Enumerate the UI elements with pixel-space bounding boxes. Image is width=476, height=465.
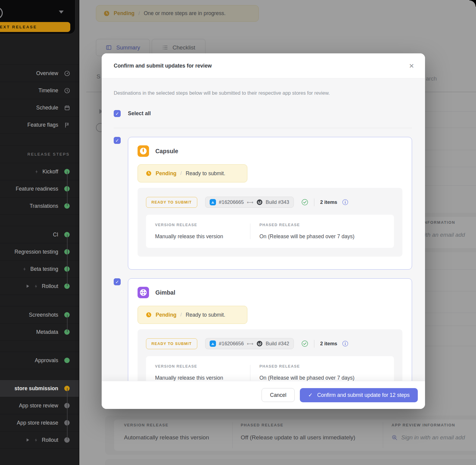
confirm-submit-button[interactable]: ✓ Confirm and submit update for 12 steps — [300, 388, 418, 402]
app-logo — [0, 7, 3, 19]
clock-icon — [146, 170, 152, 176]
gauge-icon — [64, 70, 70, 77]
cancel-button[interactable]: Cancel — [262, 388, 295, 402]
build-name: Build #342 — [266, 341, 289, 346]
capsule-build-row: READY TO SUBMIT #16206665 ⟷ Build #343 2… — [146, 197, 394, 208]
sidebar-item-label: Feature flags — [27, 122, 58, 128]
sidebar-item-label: App store review — [19, 403, 58, 409]
link-arrow: ⟷ — [247, 341, 253, 346]
clock-icon — [64, 87, 70, 94]
capsule-card: Capsule Pending / Ready to submit. READY… — [128, 137, 412, 270]
destination-row-gimbal: ✓ Gimbal Pending / Ready to submit. — [114, 278, 412, 381]
phased-release-column: PHASED RELEASE On (Release will be phase… — [250, 223, 394, 240]
sidebar-item-feature-flags[interactable]: Feature flags — [0, 116, 79, 133]
capsule-status-chip: Pending / Ready to submit. — [138, 164, 247, 182]
gimbal-card: Gimbal Pending / Ready to submit. READY … — [128, 278, 412, 381]
capsule-header: Capsule — [138, 145, 402, 157]
check-icon: ✓ — [308, 392, 313, 398]
gimbal-glyph — [138, 287, 149, 298]
capsule-status-message: Ready to submit. — [186, 170, 225, 177]
capsule-name: Capsule — [155, 148, 178, 155]
expand-arrow-icon[interactable] — [26, 284, 30, 288]
sidebar-spacer — [0, 448, 79, 465]
version-release-value: Manually release this version — [155, 375, 241, 381]
select-all-label: Select all — [128, 110, 151, 117]
close-icon[interactable]: ✕ — [409, 63, 414, 69]
info-icon[interactable] — [342, 199, 348, 205]
lightning-icon — [34, 438, 38, 443]
status-divider: / — [180, 312, 182, 318]
steps-group-prep: Kickoff Feature readiness Translations — [0, 163, 79, 214]
version-release-label: VERSION RELEASE — [155, 364, 241, 369]
phased-release-label: PHASED RELEASE — [259, 223, 385, 227]
gimbal-app-icon — [138, 287, 149, 298]
gimbal-build-row: READY TO SUBMIT #16206656 ⟷ Build #342 2… — [146, 338, 394, 349]
version-release-label: VERSION RELEASE — [155, 223, 241, 227]
sidebar-item-timeline[interactable]: Timeline — [0, 82, 79, 99]
steps-group-store: store submission App store review App st… — [0, 380, 79, 448]
items-count: 2 items — [320, 199, 337, 205]
app-switcher-card[interactable]: NEXT RELEASE — [0, 0, 75, 34]
sidebar-item-label: Translations — [30, 203, 58, 209]
sidebar-item-label: Rollout — [42, 283, 58, 289]
gimbal-header: Gimbal — [138, 287, 402, 298]
version-release-column: VERSION RELEASE Manually release this ve… — [146, 223, 250, 240]
gimbal-build-pill[interactable]: #16206656 ⟷ Build #342 — [205, 338, 294, 349]
steps-group-testing: CI Regression testing Beta testing Rollo… — [0, 226, 79, 295]
step-connector-line — [67, 315, 68, 332]
gimbal-checkbox[interactable]: ✓ — [114, 278, 121, 285]
sidebar-item-overview[interactable]: Overview — [0, 65, 79, 82]
build-train-icon — [256, 199, 263, 205]
phased-release-column: PHASED RELEASE On (Release will be phase… — [250, 364, 394, 381]
sidebar-item-label: CI — [53, 232, 59, 238]
gimbal-release-options: VERSION RELEASE Manually release this ve… — [146, 356, 394, 381]
version-release-column: VERSION RELEASE Manually release this ve… — [146, 364, 250, 381]
gimbal-submission-panel: READY TO SUBMIT #16206656 ⟷ Build #342 2… — [138, 329, 402, 381]
phased-release-value: On (Release will be phased over 7 days) — [259, 233, 385, 240]
sidebar-item-schedule[interactable]: Schedule — [0, 99, 79, 116]
gimbal-status-message: Ready to submit. — [186, 312, 225, 318]
nav-icon-slot — [58, 122, 76, 128]
submit-review-dialog: Confirm and submit updates for review ✕ … — [102, 53, 425, 409]
step-connector-line — [67, 171, 68, 206]
sidebar-item-label: Metadata — [36, 329, 58, 335]
sidebar-item-approvals[interactable]: Approvals — [0, 352, 79, 369]
next-release-badge[interactable]: NEXT RELEASE — [0, 22, 70, 32]
dialog-description: Destinations in the selected steps below… — [114, 90, 412, 96]
sidebar-item-label: Beta testing — [30, 266, 58, 272]
release-steps-header: RELEASE STEPS — [0, 145, 79, 163]
ready-to-submit-badge: READY TO SUBMIT — [146, 197, 197, 208]
sidebar-nav: Overview Timeline Schedule Feature flags… — [0, 65, 79, 465]
expand-arrow-icon[interactable] — [26, 438, 30, 442]
sidebar-spacer — [0, 295, 79, 306]
vertical-divider — [314, 198, 315, 206]
items-count: 2 items — [320, 341, 337, 346]
info-icon[interactable] — [342, 340, 348, 347]
sidebar-spacer — [0, 214, 79, 226]
capsule-build-pill[interactable]: #16206665 ⟷ Build #343 — [205, 197, 294, 208]
build-train-icon — [256, 340, 263, 347]
dialog-body: Destinations in the selected steps below… — [102, 79, 425, 381]
submission-id: #16206665 — [219, 199, 244, 205]
lightning-icon — [22, 267, 27, 272]
capsule-release-options: VERSION RELEASE Manually release this ve… — [146, 215, 394, 248]
sidebar-item-label: Kickoff — [43, 169, 58, 175]
lightning-icon — [34, 169, 39, 174]
select-all-checkbox[interactable]: ✓ — [114, 110, 121, 117]
nav-icon-slot — [58, 87, 76, 94]
sidebar-item-label: App store release — [17, 420, 58, 426]
sidebar-item-label: Regression testing — [14, 249, 58, 255]
link-arrow: ⟷ — [247, 200, 253, 205]
sidebar-item-label: Screenshots — [29, 312, 58, 318]
capsule-status-label: Pending — [156, 170, 176, 177]
sidebar-item-label: Approvals — [35, 357, 58, 364]
confirm-submit-label: Confirm and submit update for 12 steps — [317, 392, 410, 398]
status-divider: / — [180, 171, 182, 176]
sidebar-item-label: Schedule — [36, 105, 58, 111]
window-corner-notch — [469, 0, 476, 7]
sidebar: NEXT RELEASE Overview Timeline Schedule … — [0, 0, 79, 465]
chevron-down-icon[interactable] — [59, 11, 64, 14]
capsule-checkbox[interactable]: ✓ — [114, 137, 121, 144]
flag-icon — [64, 122, 70, 128]
capsule-submission-panel: READY TO SUBMIT #16206665 ⟷ Build #343 2… — [138, 188, 402, 257]
